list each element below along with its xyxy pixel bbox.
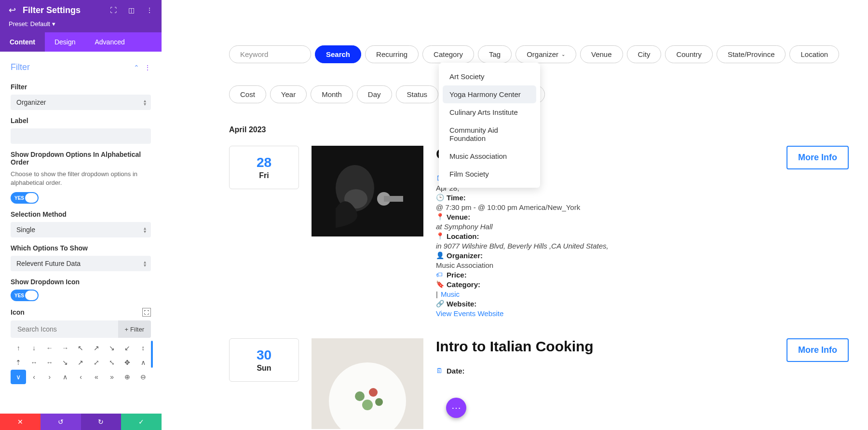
alpha-order-toggle[interactable]: YES: [11, 192, 39, 204]
website-link[interactable]: View Events Website: [436, 309, 503, 318]
label-field-label: Label: [11, 117, 151, 125]
icon-search-input[interactable]: [11, 320, 118, 338]
filter-pill-month[interactable]: Month: [311, 85, 353, 103]
sidebar-header: ↩ Filter Settings ⛶ ◫ ⋮: [0, 0, 162, 20]
icon-filter-button[interactable]: + Filter: [118, 320, 151, 338]
icon-option[interactable]: «: [89, 370, 104, 384]
undo-button[interactable]: ↺: [41, 414, 81, 430]
icon-scrollbar[interactable]: [151, 341, 153, 368]
sidebar-tabs: Content Design Advanced: [0, 32, 162, 52]
svg-rect-2: [384, 196, 403, 202]
icon-option[interactable]: ⇡: [11, 355, 26, 370]
back-icon[interactable]: ↩: [9, 5, 16, 15]
event-card: 30 Sun Intro to Italian Cooking More Inf…: [229, 338, 849, 429]
icon-option[interactable]: ↘: [104, 341, 120, 355]
icon-option[interactable]: ⤢: [89, 355, 104, 370]
tab-content[interactable]: Content: [0, 32, 45, 52]
section-more-icon[interactable]: ⋮: [144, 64, 151, 71]
filter-pill-cost[interactable]: Cost: [229, 85, 266, 103]
icon-option[interactable]: ↙: [120, 341, 135, 355]
more-info-button[interactable]: More Info: [787, 146, 849, 169]
organizer-dropdown: Art SocietyYoga Harmony CenterCulinary A…: [439, 63, 540, 188]
dropdown-item[interactable]: Art Society: [443, 68, 536, 85]
icon-option[interactable]: ✥: [120, 355, 135, 370]
filter-pill-organizer[interactable]: Organizer⌄: [515, 45, 576, 63]
main-preview: KeywordSearchRecurringCategoryTagOrganiz…: [162, 0, 868, 430]
settings-sidebar: ↩ Filter Settings ⛶ ◫ ⋮ Preset: Default …: [0, 0, 162, 430]
discard-button[interactable]: ✕: [0, 414, 41, 430]
filter-pill-location[interactable]: Location: [789, 45, 839, 63]
svg-point-7: [355, 391, 365, 401]
category-link[interactable]: Music: [441, 290, 460, 298]
dropdown-item[interactable]: Culinary Arts Institute: [443, 103, 536, 121]
event-image: [312, 338, 423, 429]
icon-option[interactable]: ⊕: [120, 370, 135, 384]
filter-select[interactable]: Organizer: [11, 95, 151, 110]
pin-icon: 📍: [436, 232, 444, 240]
link-icon: 🔗: [436, 300, 444, 307]
section-filter-header[interactable]: Filter ⌃ ⋮: [11, 58, 151, 76]
dropdown-item[interactable]: Film Society: [443, 165, 536, 183]
filter-pill-country[interactable]: Country: [665, 45, 713, 63]
user-icon: 👤: [436, 251, 444, 259]
icon-option[interactable]: ↖: [73, 341, 88, 355]
filter-pill-city[interactable]: City: [627, 45, 662, 63]
filter-pill-search[interactable]: Search: [315, 45, 361, 63]
filter-pill-status[interactable]: Status: [396, 85, 439, 103]
clock-icon: 🕒: [436, 194, 444, 201]
icon-option[interactable]: ⊖: [136, 370, 151, 384]
icon-option[interactable]: ∨: [11, 370, 26, 384]
icon-option[interactable]: ‹: [73, 370, 88, 384]
fullscreen-icon[interactable]: ⛶: [110, 6, 117, 14]
icon-option[interactable]: ↕: [136, 341, 151, 355]
icon-expand-icon[interactable]: ⛶: [142, 308, 151, 317]
icon-option[interactable]: »: [104, 370, 120, 384]
icon-picker-label: Icon: [11, 308, 138, 316]
label-input[interactable]: [11, 128, 151, 144]
filter-pill-year[interactable]: Year: [270, 85, 307, 103]
event-meta: 🗓Date:: [436, 367, 849, 375]
filter-pill-tag[interactable]: Tag: [478, 45, 512, 63]
icon-option[interactable]: ∧: [136, 355, 151, 370]
tab-advanced[interactable]: Advanced: [85, 32, 134, 52]
filter-pill-keyword[interactable]: Keyword: [229, 45, 311, 63]
show-icon-toggle[interactable]: YES: [11, 290, 39, 301]
icon-option[interactable]: ∧: [57, 370, 73, 384]
sidebar-title: Filter Settings: [23, 5, 98, 15]
chevron-up-icon: ⌃: [134, 64, 139, 71]
panel-icon[interactable]: ◫: [128, 6, 135, 14]
svg-point-10: [375, 398, 383, 406]
icon-option[interactable]: ‹: [26, 370, 41, 384]
filter-pill-category[interactable]: Category: [422, 45, 474, 63]
dropdown-item[interactable]: Music Association: [443, 147, 536, 165]
icon-option[interactable]: ↘: [57, 355, 73, 370]
filter-pill-venue[interactable]: Venue: [580, 45, 623, 63]
icon-option[interactable]: ↔: [42, 355, 57, 370]
selection-method-label: Selection Method: [11, 210, 151, 218]
filter-row-1: KeywordSearchRecurringCategoryTagOrganiz…: [229, 45, 849, 63]
redo-button[interactable]: ↻: [81, 414, 122, 430]
more-icon[interactable]: ⋮: [146, 6, 153, 14]
which-options-select[interactable]: Relevent Future Data: [11, 256, 151, 271]
selection-method-select[interactable]: Single: [11, 222, 151, 237]
fab-more-icon[interactable]: ⋯: [446, 398, 466, 418]
preset-selector[interactable]: Preset: Default ▾: [0, 20, 162, 32]
icon-option[interactable]: ⤡: [104, 355, 120, 370]
icon-option[interactable]: →: [57, 341, 73, 355]
svg-point-9: [362, 400, 373, 410]
filter-pill-day[interactable]: Day: [357, 85, 392, 103]
save-button[interactable]: ✓: [121, 414, 162, 430]
icon-option[interactable]: ↓: [26, 341, 41, 355]
tab-design[interactable]: Design: [45, 32, 85, 52]
icon-option[interactable]: ↗: [89, 341, 104, 355]
icon-option[interactable]: ←: [42, 341, 57, 355]
filter-pill-recurring[interactable]: Recurring: [365, 45, 419, 63]
icon-option[interactable]: ↗: [73, 355, 88, 370]
icon-option[interactable]: ↔: [26, 355, 41, 370]
dropdown-item[interactable]: Yoga Harmony Center: [443, 85, 536, 103]
icon-option[interactable]: ›: [42, 370, 57, 384]
dropdown-item[interactable]: Community Aid Foundation: [443, 121, 536, 147]
icon-option[interactable]: ↑: [11, 341, 26, 355]
filter-pill-stateprovince[interactable]: State/Province: [717, 45, 786, 63]
more-info-button[interactable]: More Info: [787, 338, 849, 362]
